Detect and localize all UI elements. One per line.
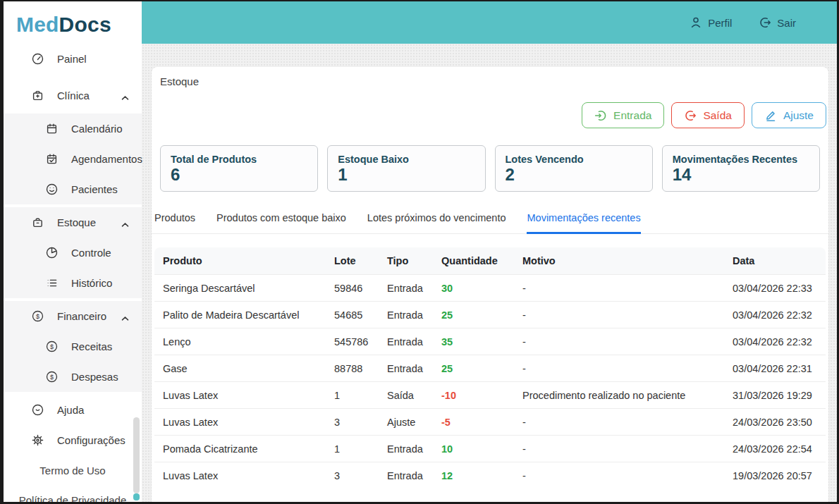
privacy-policy-link[interactable]: Política de Privacidade	[4, 485, 142, 502]
terms-of-use-link[interactable]: Termo de Uso	[4, 455, 142, 485]
stat-value: 1	[338, 166, 474, 184]
cell-quantidade: 12	[433, 462, 514, 488]
sidebar-item-ajuda[interactable]: Ajuda	[4, 395, 142, 425]
sidebar-group-clinica: Calendário Agendamentos Pacientes	[4, 113, 142, 204]
logo-med: Med	[16, 13, 59, 36]
cell-tipo: Entrada	[379, 462, 433, 488]
medical-bag-icon	[32, 90, 44, 102]
tab-produtos-estoque-baixo[interactable]: Produtos com estoque baixo	[216, 209, 346, 234]
tab-lotes-proximos-vencimento[interactable]: Lotes próximos do vencimento	[367, 209, 506, 234]
cell-data: 31/03/2026 19:29	[724, 381, 826, 408]
stat-value: 14	[673, 166, 809, 184]
sidebar-item-controle[interactable]: Controle	[4, 238, 142, 268]
tab-movimentacoes-recentes[interactable]: Movimentações recentes	[527, 209, 640, 234]
col-lote: Lote	[326, 247, 379, 274]
cell-data: 03/04/2026 22:31	[724, 355, 826, 381]
tab-produtos[interactable]: Produtos	[154, 209, 195, 234]
pie-chart-icon	[46, 247, 58, 259]
logout-icon	[684, 109, 697, 122]
ajuste-button[interactable]: Ajuste	[752, 102, 826, 128]
saida-label: Saída	[703, 109, 732, 122]
sidebar-group-estoque: Estoque Controle Histórico	[4, 207, 142, 298]
cell-produto: Palito de Madeira Descartável	[154, 301, 326, 328]
cell-quantidade: 35	[433, 328, 514, 355]
cell-produto: Lenço	[154, 328, 326, 355]
logo-docs: Docs	[59, 13, 111, 36]
sidebar-item-label: Pacientes	[71, 183, 118, 195]
cell-produto: Luvas Latex	[154, 381, 326, 408]
sidebar-item-agendamentos[interactable]: Agendamentos	[4, 144, 142, 174]
movements-table: Produto Lote Tipo Quantidade Motivo Data…	[154, 247, 826, 488]
sidebar-item-label: Clínica	[57, 90, 90, 102]
stat-label: Estoque Baixo	[338, 154, 474, 165]
saida-button[interactable]: Saída	[671, 102, 745, 128]
svg-text:$: $	[50, 343, 54, 350]
cell-quantidade: -10	[433, 381, 514, 408]
sidebar-item-label: Painel	[57, 53, 87, 65]
sidebar-item-estoque[interactable]: Estoque	[4, 207, 142, 238]
sidebar-item-label: Ajuda	[57, 404, 84, 416]
estoque-card: Estoque Entrada Saída	[152, 67, 828, 502]
table-row: Luvas Latex 1 Saída -10 Procedimento rea…	[154, 381, 826, 408]
cell-data: 19/03/2026 20:57	[724, 462, 826, 488]
main-content: Estoque Entrada Saída	[142, 44, 837, 502]
sidebar-item-clinica[interactable]: Clínica	[4, 80, 142, 111]
sidebar-item-calendario[interactable]: Calendário	[4, 113, 142, 144]
dollar-circle-icon: $	[46, 371, 58, 383]
cell-tipo: Entrada	[379, 274, 433, 301]
sidebar-item-configuracoes[interactable]: Configurações	[4, 425, 142, 455]
cell-motivo: -	[514, 355, 724, 381]
sidebar-scrollbar[interactable]	[133, 375, 140, 502]
sidebar-item-financeiro[interactable]: $ Financeiro	[4, 301, 142, 331]
stat-movimentacoes-recentes: Movimentações Recentes 14	[662, 145, 820, 192]
cell-tipo: Entrada	[379, 355, 433, 381]
cell-quantidade: 25	[433, 301, 514, 328]
app-window: MedDocs Painel Clínica	[4, 1, 837, 502]
col-quantidade: Quantidade	[433, 247, 514, 274]
sidebar-item-pacientes[interactable]: Pacientes	[4, 174, 142, 204]
cell-data: 03/04/2026 22:32	[724, 328, 826, 355]
cell-motivo: -	[514, 301, 724, 328]
cell-lote: 1	[326, 381, 379, 408]
table-row: Luvas Latex 3 Ajuste -5 - 24/03/2026 23:…	[154, 408, 826, 435]
cell-quantidade: -5	[433, 408, 514, 435]
sidebar-item-label: Histórico	[71, 277, 112, 289]
sidebar-item-despesas[interactable]: $ Despesas	[4, 362, 142, 392]
sidebar-item-painel[interactable]: Painel	[4, 44, 142, 74]
logout-button[interactable]: Sair	[759, 16, 796, 29]
cell-lote: 88788	[326, 355, 379, 381]
profile-button[interactable]: Perfil	[690, 16, 732, 29]
action-buttons: Entrada Saída Ajuste	[152, 102, 828, 128]
cell-produto: Gase	[154, 355, 326, 381]
app-logo[interactable]: MedDocs	[4, 1, 142, 37]
scrollbar-thumb[interactable]	[133, 417, 140, 493]
profile-label: Perfil	[708, 17, 732, 29]
cell-tipo: Entrada	[379, 435, 433, 462]
table-body: Seringa Descartável 59846 Entrada 30 - 0…	[154, 274, 826, 488]
table-row: Gase 88788 Entrada 25 - 03/04/2026 22:31	[154, 355, 826, 381]
stat-lotes-vencendo: Lotes Vencendo 2	[495, 145, 653, 192]
cell-quantidade: 30	[433, 274, 514, 301]
calendar-check-icon	[46, 153, 58, 165]
svg-text:$: $	[50, 374, 54, 381]
cell-motivo: -	[514, 408, 724, 435]
chevron-up-icon	[121, 91, 129, 103]
tab-bar: Produtos Produtos com estoque baixo Lote…	[152, 209, 828, 234]
bag-icon	[32, 216, 44, 228]
sidebar-item-receitas[interactable]: $ Receitas	[4, 331, 142, 362]
entrada-label: Entrada	[613, 109, 651, 122]
chevron-up-icon	[121, 218, 129, 230]
col-motivo: Motivo	[514, 247, 724, 274]
cell-lote: 59846	[326, 274, 379, 301]
sidebar-item-label: Estoque	[57, 216, 96, 228]
sidebar: MedDocs Painel Clínica	[4, 1, 142, 502]
dollar-circle-icon: $	[46, 340, 58, 352]
cell-tipo: Ajuste	[379, 408, 433, 435]
cell-tipo: Entrada	[379, 301, 433, 328]
col-produto: Produto	[154, 247, 326, 274]
sidebar-item-label: Financeiro	[57, 310, 106, 322]
entrada-button[interactable]: Entrada	[582, 102, 664, 128]
cell-quantidade: 10	[433, 435, 514, 462]
logout-icon	[759, 16, 771, 29]
sidebar-item-historico[interactable]: Histórico	[4, 268, 142, 298]
